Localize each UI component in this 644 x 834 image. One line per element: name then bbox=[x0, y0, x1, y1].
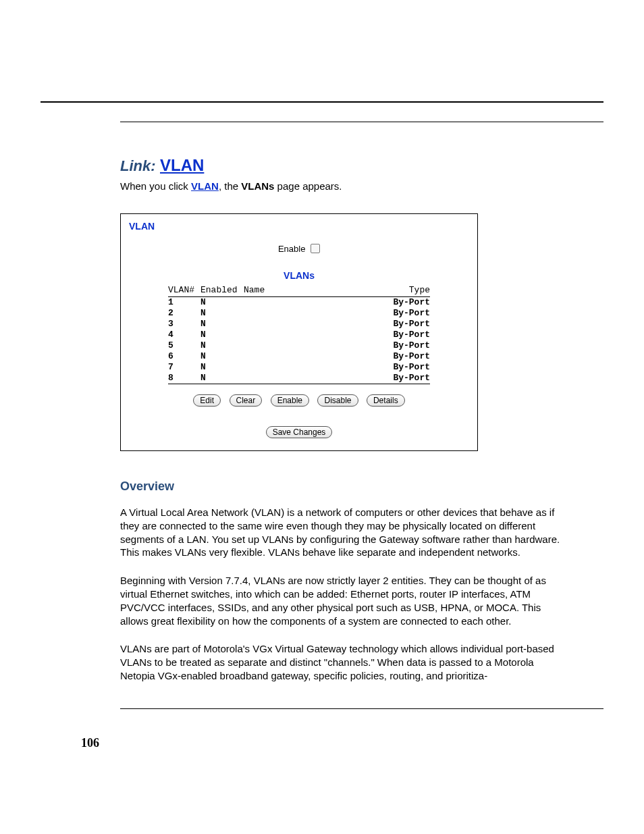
cell-name bbox=[244, 362, 383, 373]
cell-enabled: N bbox=[200, 373, 244, 384]
overview-heading: Overview bbox=[120, 479, 563, 494]
table-row[interactable]: 1NBy-Port bbox=[168, 297, 430, 308]
clear-button[interactable]: Clear bbox=[230, 394, 263, 407]
table-row[interactable]: 6NBy-Port bbox=[168, 351, 430, 362]
cell-type: By-Port bbox=[383, 373, 430, 384]
cell-vlan-num: 6 bbox=[168, 351, 200, 362]
table-header: VLAN# Enabled Name Type bbox=[168, 284, 430, 296]
cell-enabled: N bbox=[200, 308, 244, 319]
enable-button[interactable]: Enable bbox=[271, 394, 309, 407]
cell-type: By-Port bbox=[383, 330, 430, 340]
link-prefix: Link: bbox=[120, 157, 156, 174]
col-enabled: Enabled bbox=[200, 285, 244, 295]
cell-name bbox=[244, 308, 383, 319]
panel-subtitle: VLANs bbox=[128, 270, 471, 281]
section-heading: Link: VLAN bbox=[120, 156, 563, 175]
foot-rule bbox=[120, 708, 603, 709]
vlan-link[interactable]: VLAN bbox=[191, 180, 219, 192]
cell-enabled: N bbox=[200, 319, 244, 330]
overview-p1: A Virtual Local Area Network (VLAN) is a… bbox=[120, 506, 563, 559]
cell-name bbox=[244, 340, 383, 351]
col-vlan-num: VLAN# bbox=[168, 285, 200, 295]
col-name: Name bbox=[244, 285, 383, 295]
cell-type: By-Port bbox=[383, 297, 430, 308]
cell-type: By-Port bbox=[383, 340, 430, 351]
cell-enabled: N bbox=[200, 351, 244, 362]
disable-button[interactable]: Disable bbox=[317, 394, 358, 407]
cell-enabled: N bbox=[200, 340, 244, 351]
save-row: Save Changes bbox=[128, 425, 471, 438]
intro-bold: VLANs bbox=[241, 180, 274, 192]
intro-pre: When you click bbox=[120, 180, 191, 192]
table-row[interactable]: 3NBy-Port bbox=[168, 319, 430, 330]
cell-vlan-num: 4 bbox=[168, 330, 200, 340]
cell-vlan-num: 3 bbox=[168, 319, 200, 330]
cell-name bbox=[244, 330, 383, 340]
cell-name bbox=[244, 351, 383, 362]
table-row[interactable]: 4NBy-Port bbox=[168, 330, 430, 340]
panel-title: VLAN bbox=[129, 221, 471, 232]
cell-vlan-num: 8 bbox=[168, 373, 200, 384]
cell-name bbox=[244, 373, 383, 384]
intro-post: page appears. bbox=[274, 180, 342, 192]
enable-row: Enable bbox=[128, 244, 471, 254]
table-row[interactable]: 5NBy-Port bbox=[168, 340, 430, 351]
cell-type: By-Port bbox=[383, 351, 430, 362]
enable-label: Enable bbox=[278, 244, 305, 254]
save-changes-button[interactable]: Save Changes bbox=[266, 426, 333, 438]
cell-type: By-Port bbox=[383, 308, 430, 319]
overview-p3: VLANs are part of Motorola's VGx Virtual… bbox=[120, 642, 563, 682]
cell-name bbox=[244, 297, 383, 308]
vlan-panel: VLAN Enable VLANs VLAN# Enabled Name Typ… bbox=[120, 213, 478, 451]
overview-p2: Beginning with Version 7.7.4, VLANs are … bbox=[120, 574, 563, 627]
cell-enabled: N bbox=[200, 362, 244, 373]
vlan-table: VLAN# Enabled Name Type 1NBy-Port2NBy-Po… bbox=[168, 284, 430, 384]
cell-enabled: N bbox=[200, 330, 244, 340]
intro-mid: , the bbox=[219, 180, 241, 192]
cell-vlan-num: 2 bbox=[168, 308, 200, 319]
cell-vlan-num: 5 bbox=[168, 340, 200, 351]
enable-checkbox[interactable] bbox=[311, 244, 320, 253]
link-title[interactable]: VLAN bbox=[160, 156, 204, 174]
cell-type: By-Port bbox=[383, 319, 430, 330]
table-row[interactable]: 2NBy-Port bbox=[168, 308, 430, 319]
cell-type: By-Port bbox=[383, 362, 430, 373]
details-button[interactable]: Details bbox=[367, 394, 405, 407]
table-row[interactable]: 7NBy-Port bbox=[168, 362, 430, 373]
button-row: Edit Clear Enable Disable Details bbox=[128, 394, 471, 407]
cell-enabled: N bbox=[200, 297, 244, 308]
cell-vlan-num: 7 bbox=[168, 362, 200, 373]
intro-text: When you click VLAN, the VLANs page appe… bbox=[120, 180, 563, 192]
page-number: 106 bbox=[81, 736, 603, 750]
col-type: Type bbox=[383, 285, 430, 295]
cell-vlan-num: 1 bbox=[168, 297, 200, 308]
top-rule bbox=[41, 101, 603, 103]
cell-name bbox=[244, 319, 383, 330]
edit-button[interactable]: Edit bbox=[193, 394, 221, 407]
table-row[interactable]: 8NBy-Port bbox=[168, 373, 430, 384]
